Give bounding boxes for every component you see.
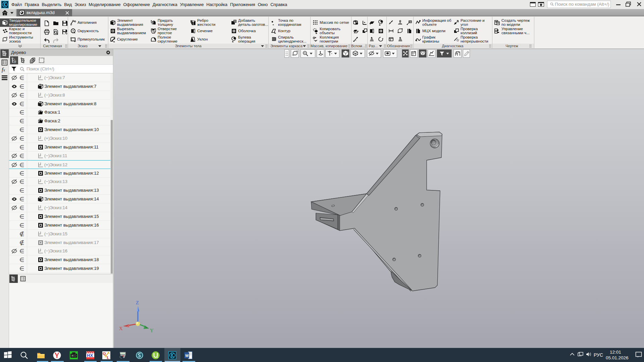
svg-text:L: L: [107, 355, 109, 360]
svg-text:?: ?: [419, 20, 421, 23]
svg-text:12: 12: [14, 61, 16, 63]
svg-text:Y: Y: [150, 328, 154, 333]
svg-text:G?: G?: [457, 39, 459, 42]
svg-text:?: ?: [458, 20, 459, 23]
svg-text:HX: HX: [87, 353, 93, 358]
svg-text:W: W: [185, 354, 189, 358]
svg-text:Z: Z: [136, 300, 139, 305]
svg-text:X: X: [119, 326, 123, 331]
